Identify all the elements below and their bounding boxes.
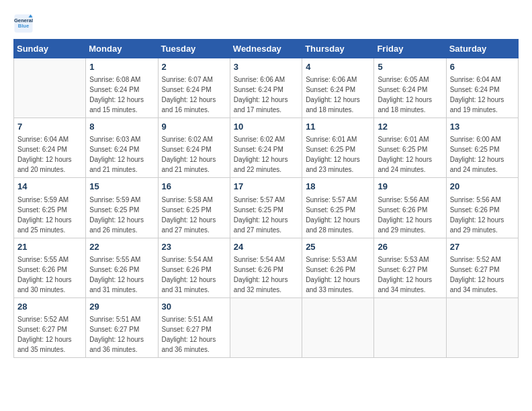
day-number: 2 — [162, 61, 226, 73]
day-info: Sunrise: 5:53 AMSunset: 6:26 PMDaylight:… — [306, 255, 370, 295]
day-info: Sunrise: 6:01 AMSunset: 6:25 PMDaylight:… — [306, 134, 370, 175]
weekday-header: Sunday — [14, 40, 86, 58]
day-info: Sunrise: 5:59 AMSunset: 6:25 PMDaylight:… — [89, 195, 154, 235]
day-number: 27 — [450, 241, 515, 253]
day-number: 25 — [306, 241, 370, 253]
calendar-cell: 28Sunrise: 5:52 AMSunset: 6:27 PMDayligh… — [14, 298, 86, 357]
day-number: 7 — [17, 121, 82, 133]
calendar-cell: 27Sunrise: 5:52 AMSunset: 6:27 PMDayligh… — [446, 238, 518, 298]
calendar-cell: 11Sunrise: 6:01 AMSunset: 6:25 PMDayligh… — [302, 118, 374, 178]
day-info: Sunrise: 5:51 AMSunset: 6:27 PMDaylight:… — [89, 314, 154, 355]
day-info: Sunrise: 6:00 AMSunset: 6:25 PMDaylight:… — [450, 134, 515, 175]
weekday-header: Monday — [86, 40, 158, 58]
calendar-cell: 15Sunrise: 5:59 AMSunset: 6:25 PMDayligh… — [86, 178, 158, 238]
day-number: 19 — [378, 181, 442, 193]
page-header: General Blue — [13, 13, 519, 34]
day-number: 1 — [89, 61, 154, 73]
weekday-header: Thursday — [302, 40, 374, 58]
day-info: Sunrise: 5:55 AMSunset: 6:26 PMDaylight:… — [89, 255, 154, 295]
calendar-cell: 21Sunrise: 5:55 AMSunset: 6:26 PMDayligh… — [14, 238, 86, 298]
day-info: Sunrise: 5:59 AMSunset: 6:25 PMDaylight:… — [17, 195, 82, 235]
calendar-week-row: 1Sunrise: 6:08 AMSunset: 6:24 PMDaylight… — [14, 58, 519, 118]
calendar-cell: 6Sunrise: 6:04 AMSunset: 6:24 PMDaylight… — [446, 58, 518, 118]
day-number: 29 — [89, 301, 154, 313]
day-number: 18 — [306, 181, 370, 193]
logo: General Blue — [13, 13, 34, 34]
weekday-header: Wednesday — [230, 40, 302, 58]
day-info: Sunrise: 5:54 AMSunset: 6:26 PMDaylight:… — [162, 255, 226, 295]
day-info: Sunrise: 6:02 AMSunset: 6:24 PMDaylight:… — [162, 134, 226, 175]
calendar-cell: 12Sunrise: 6:01 AMSunset: 6:25 PMDayligh… — [374, 118, 446, 178]
calendar-cell: 22Sunrise: 5:55 AMSunset: 6:26 PMDayligh… — [86, 238, 158, 298]
day-number: 16 — [162, 181, 226, 193]
calendar-cell: 1Sunrise: 6:08 AMSunset: 6:24 PMDaylight… — [86, 58, 158, 118]
day-info: Sunrise: 6:06 AMSunset: 6:24 PMDaylight:… — [234, 75, 298, 115]
day-info: Sunrise: 5:57 AMSunset: 6:25 PMDaylight:… — [306, 195, 370, 235]
day-info: Sunrise: 6:05 AMSunset: 6:24 PMDaylight:… — [378, 75, 442, 115]
day-number: 28 — [17, 301, 82, 313]
svg-text:Blue: Blue — [18, 23, 29, 29]
calendar-cell: 24Sunrise: 5:54 AMSunset: 6:26 PMDayligh… — [230, 238, 302, 298]
calendar-cell — [374, 298, 446, 357]
calendar-week-row: 14Sunrise: 5:59 AMSunset: 6:25 PMDayligh… — [14, 178, 519, 238]
day-number: 6 — [450, 61, 515, 73]
day-number: 22 — [89, 241, 154, 253]
calendar-cell: 7Sunrise: 6:04 AMSunset: 6:24 PMDaylight… — [14, 118, 86, 178]
day-info: Sunrise: 6:04 AMSunset: 6:24 PMDaylight:… — [450, 75, 515, 115]
calendar-cell: 19Sunrise: 5:56 AMSunset: 6:26 PMDayligh… — [374, 178, 446, 238]
calendar-cell: 2Sunrise: 6:07 AMSunset: 6:24 PMDaylight… — [158, 58, 230, 118]
day-number: 3 — [234, 61, 298, 73]
day-info: Sunrise: 6:04 AMSunset: 6:24 PMDaylight:… — [17, 134, 82, 175]
day-number: 30 — [162, 301, 226, 313]
calendar-cell — [446, 298, 518, 357]
calendar-cell — [302, 298, 374, 357]
day-info: Sunrise: 5:53 AMSunset: 6:27 PMDaylight:… — [378, 255, 442, 295]
day-number: 20 — [450, 181, 515, 193]
weekday-header: Friday — [374, 40, 446, 58]
day-info: Sunrise: 5:54 AMSunset: 6:26 PMDaylight:… — [234, 255, 298, 295]
calendar-cell: 16Sunrise: 5:58 AMSunset: 6:25 PMDayligh… — [158, 178, 230, 238]
day-info: Sunrise: 6:07 AMSunset: 6:24 PMDaylight:… — [162, 75, 226, 115]
day-number: 5 — [378, 61, 442, 73]
day-info: Sunrise: 5:57 AMSunset: 6:25 PMDaylight:… — [234, 195, 298, 235]
day-info: Sunrise: 6:01 AMSunset: 6:25 PMDaylight:… — [378, 134, 442, 175]
day-info: Sunrise: 5:52 AMSunset: 6:27 PMDaylight:… — [17, 314, 82, 355]
day-number: 9 — [162, 121, 226, 133]
calendar-cell: 9Sunrise: 6:02 AMSunset: 6:24 PMDaylight… — [158, 118, 230, 178]
day-number: 23 — [162, 241, 226, 253]
weekday-header-row: SundayMondayTuesdayWednesdayThursdayFrid… — [14, 40, 519, 58]
calendar-cell: 13Sunrise: 6:00 AMSunset: 6:25 PMDayligh… — [446, 118, 518, 178]
day-info: Sunrise: 5:56 AMSunset: 6:26 PMDaylight:… — [450, 195, 515, 235]
calendar-cell: 17Sunrise: 5:57 AMSunset: 6:25 PMDayligh… — [230, 178, 302, 238]
day-info: Sunrise: 5:55 AMSunset: 6:26 PMDaylight:… — [17, 255, 82, 295]
calendar-cell: 14Sunrise: 5:59 AMSunset: 6:25 PMDayligh… — [14, 178, 86, 238]
calendar-week-row: 28Sunrise: 5:52 AMSunset: 6:27 PMDayligh… — [14, 298, 519, 357]
calendar-week-row: 21Sunrise: 5:55 AMSunset: 6:26 PMDayligh… — [14, 238, 519, 298]
day-info: Sunrise: 5:51 AMSunset: 6:27 PMDaylight:… — [162, 314, 226, 355]
day-number: 13 — [450, 121, 515, 133]
day-number: 11 — [306, 121, 370, 133]
calendar-cell — [14, 58, 86, 118]
calendar-cell: 3Sunrise: 6:06 AMSunset: 6:24 PMDaylight… — [230, 58, 302, 118]
weekday-header: Saturday — [446, 40, 518, 58]
day-info: Sunrise: 6:06 AMSunset: 6:24 PMDaylight:… — [306, 75, 370, 115]
weekday-header: Tuesday — [158, 40, 230, 58]
day-number: 12 — [378, 121, 442, 133]
calendar-table: SundayMondayTuesdayWednesdayThursdayFrid… — [13, 39, 519, 358]
day-info: Sunrise: 5:52 AMSunset: 6:27 PMDaylight:… — [450, 255, 515, 295]
day-number: 26 — [378, 241, 442, 253]
calendar-cell: 26Sunrise: 5:53 AMSunset: 6:27 PMDayligh… — [374, 238, 446, 298]
logo-icon: General Blue — [13, 13, 34, 34]
day-info: Sunrise: 5:56 AMSunset: 6:26 PMDaylight:… — [378, 195, 442, 235]
day-number: 24 — [234, 241, 298, 253]
day-number: 17 — [234, 181, 298, 193]
day-info: Sunrise: 6:03 AMSunset: 6:24 PMDaylight:… — [89, 134, 154, 175]
calendar-week-row: 7Sunrise: 6:04 AMSunset: 6:24 PMDaylight… — [14, 118, 519, 178]
calendar-cell: 20Sunrise: 5:56 AMSunset: 6:26 PMDayligh… — [446, 178, 518, 238]
calendar-cell: 4Sunrise: 6:06 AMSunset: 6:24 PMDaylight… — [302, 58, 374, 118]
calendar-cell: 29Sunrise: 5:51 AMSunset: 6:27 PMDayligh… — [86, 298, 158, 357]
day-number: 21 — [17, 241, 82, 253]
calendar-cell — [230, 298, 302, 357]
day-number: 15 — [89, 181, 154, 193]
day-number: 4 — [306, 61, 370, 73]
